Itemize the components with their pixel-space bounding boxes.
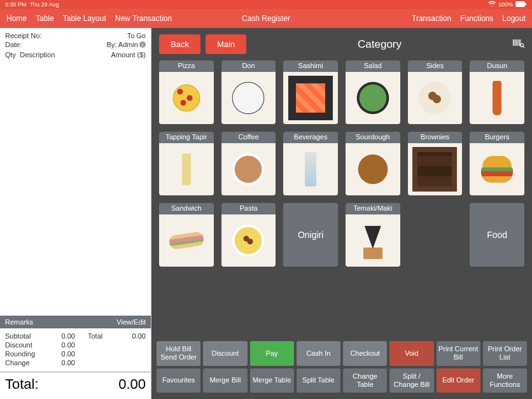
tile-label: Pasta — [221, 203, 276, 214]
action-hold-bill-send-order[interactable]: Hold BillSend Order — [157, 341, 200, 365]
receipt-no-label: Receipt No: — [5, 32, 41, 39]
tile-label: Sashimi — [283, 60, 338, 72]
tile-label: Tapping Tapir — [159, 132, 214, 143]
tile-label: Brownies — [408, 132, 463, 143]
action-edit-order[interactable]: Edit Order — [437, 368, 480, 393]
category-pasta[interactable]: Pasta — [221, 203, 276, 267]
category-sashimi[interactable]: Sashimi — [283, 60, 338, 124]
tile-label: Sandwich — [159, 203, 214, 214]
svg-rect-3 — [515, 39, 515, 46]
svg-rect-6 — [519, 39, 520, 46]
svg-rect-1 — [525, 3, 526, 5]
wifi-icon — [488, 1, 496, 8]
category-food[interactable]: Food — [470, 203, 524, 267]
action-split-change-bill[interactable]: Split / Change Bill — [389, 368, 433, 393]
category-coffee[interactable]: Coffee — [221, 132, 276, 195]
svg-rect-5 — [517, 39, 518, 46]
nav-home[interactable]: Home — [6, 14, 27, 23]
category-sides[interactable]: Sides — [408, 60, 463, 124]
tile-label: Sides — [408, 60, 463, 72]
action-more-functions[interactable]: More Functions — [483, 368, 527, 393]
receipt-items — [0, 64, 151, 316]
tile-label: Salad — [346, 60, 400, 72]
action-merge-table[interactable]: Merge Table — [250, 368, 294, 393]
top-nav: HomeTableTable LayoutNew Transaction Cas… — [0, 9, 532, 28]
tile-label: Pizza — [159, 60, 214, 72]
action-split-table[interactable]: Split Table — [297, 368, 340, 393]
category-beverages[interactable]: Beverages — [283, 132, 338, 195]
main-button[interactable]: Main — [206, 34, 246, 54]
grand-total: Total:0.00 — [0, 372, 151, 399]
category-pizza[interactable]: Pizza — [159, 60, 214, 124]
tile-label: Sourdough — [346, 132, 400, 143]
tile-label: Coffee — [221, 132, 276, 143]
action-checkout[interactable]: Checkout — [343, 341, 387, 365]
action-cash-in[interactable]: Cash In — [297, 341, 340, 365]
date-label: Date: — [5, 41, 22, 48]
category-sourdough[interactable]: Sourdough — [346, 132, 400, 195]
tile-label: Beverages — [283, 132, 338, 143]
action-merge-bill[interactable]: Merge Bill — [203, 368, 247, 393]
category-brownies[interactable]: Brownies — [408, 132, 463, 195]
category-don[interactable]: Don — [221, 60, 276, 124]
nav-transaction[interactable]: Transaction — [412, 14, 451, 23]
action-discount[interactable]: Discount — [203, 341, 247, 365]
tile-label: Dusun — [470, 60, 524, 72]
action-favourites[interactable]: Favourites — [157, 368, 200, 393]
category-dusun[interactable]: Dusun — [470, 60, 524, 124]
category-burgers[interactable]: Burgers — [470, 132, 524, 195]
action-print-current-bill[interactable]: Print Current Bill — [437, 341, 480, 365]
receipt-status: To Go — [127, 32, 146, 39]
barcode-icon[interactable] — [513, 38, 524, 51]
category-temaki-maki[interactable]: Temaki/Maki — [346, 203, 400, 267]
tile-label: Don — [221, 60, 276, 72]
nav-functions[interactable]: Functions — [460, 14, 493, 23]
tile-label: Temaki/Maki — [346, 203, 400, 214]
category-title: Category — [251, 38, 508, 51]
app-title: Cash Register — [242, 14, 290, 23]
svg-line-9 — [523, 46, 524, 48]
svg-rect-2 — [513, 39, 514, 46]
by-admin: By: Admini — [106, 41, 146, 48]
nav-table[interactable]: Table — [36, 14, 54, 23]
battery-icon — [515, 1, 527, 8]
action-print-order-list[interactable]: Print Order List — [483, 341, 527, 365]
info-icon[interactable]: i — [139, 41, 146, 48]
nav-new-transaction[interactable]: New Transaction — [115, 14, 172, 23]
back-button[interactable]: Back — [159, 34, 200, 54]
svg-rect-0 — [515, 1, 525, 7]
category-onigiri[interactable]: Onigiri — [283, 203, 338, 267]
nav-table-layout[interactable]: Table Layout — [63, 14, 106, 23]
action-void[interactable]: Void — [389, 341, 433, 365]
nav-logout[interactable]: Logout — [502, 14, 526, 23]
receipt-panel: Receipt No:To Go Date:By: Admini Qty Des… — [0, 28, 151, 399]
category-sandwich[interactable]: Sandwich — [159, 203, 214, 267]
remarks-bar[interactable]: RemarksView/Edit — [0, 316, 151, 328]
action-pay[interactable]: Pay — [250, 341, 294, 365]
svg-rect-4 — [516, 39, 517, 46]
status-bar: 5:35 PM Thu 29 Aug 100% — [0, 0, 532, 9]
category-salad[interactable]: Salad — [346, 60, 400, 124]
tile-label: Burgers — [470, 132, 524, 143]
category-tapping-tapir[interactable]: Tapping Tapir — [159, 132, 214, 195]
action-change-table[interactable]: Change Table — [343, 368, 387, 393]
